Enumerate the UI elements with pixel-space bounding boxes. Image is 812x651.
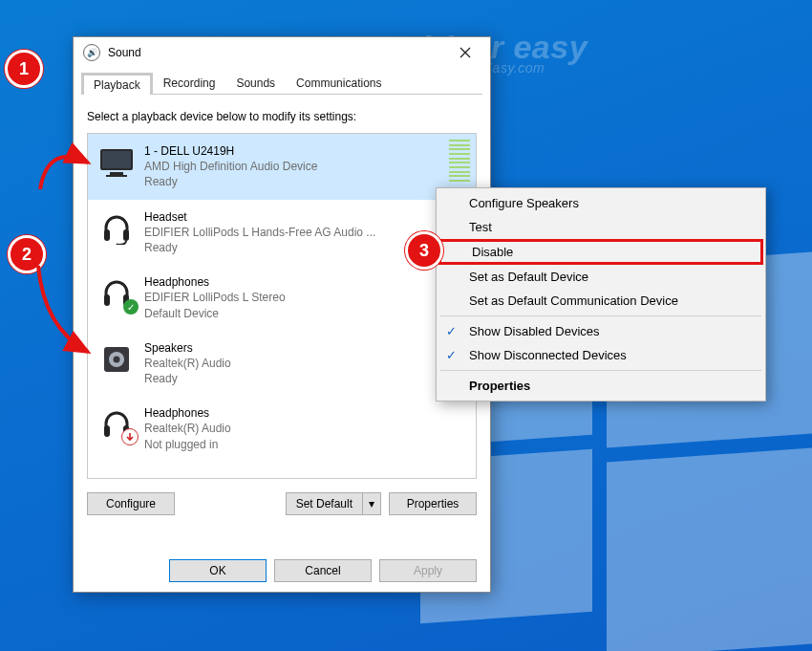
sound-dialog: 🔊 Sound Playback Recording Sounds Commun… — [73, 36, 491, 593]
default-check-icon: ✓ — [123, 299, 139, 315]
headphones-icon: ✓ — [98, 276, 135, 311]
svg-rect-5 — [123, 229, 129, 241]
apply-button[interactable]: Apply — [379, 559, 477, 582]
tab-strip: Playback Recording Sounds Communications — [81, 72, 482, 95]
svg-rect-2 — [110, 172, 123, 175]
device-subtitle: Realtek(R) Audio — [144, 421, 231, 436]
headset-icon — [98, 211, 135, 246]
device-name: Headphones — [144, 274, 286, 290]
device-speakers[interactable]: Speakers Realtek(R) Audio Ready — [88, 331, 476, 397]
menu-separator — [440, 370, 761, 371]
svg-rect-12 — [104, 425, 110, 437]
device-status: Ready — [144, 371, 231, 386]
title-bar[interactable]: 🔊 Sound — [74, 37, 490, 68]
window-title: Sound — [108, 46, 141, 59]
menu-set-default-comm-device[interactable]: Set as Default Communication Device — [438, 289, 763, 313]
desktop-background: driver easywww.DriverEasy.com 🔊 Sound Pl… — [0, 0, 812, 651]
tab-recording[interactable]: Recording — [153, 73, 226, 95]
annotation-circle-3: 3 — [405, 231, 443, 270]
menu-properties[interactable]: Properties — [438, 374, 763, 398]
annotation-circle-1: 1 — [5, 50, 43, 88]
device-name: 1 - DELL U2419H — [144, 143, 317, 159]
svg-rect-7 — [104, 294, 110, 306]
menu-disable[interactable]: Disable — [438, 239, 763, 265]
set-default-label: Set Default — [287, 493, 362, 514]
device-status: Ready — [144, 174, 317, 189]
tab-playback[interactable]: Playback — [81, 73, 153, 95]
headphones-icon — [98, 407, 135, 442]
device-name: Headphones — [144, 405, 231, 421]
device-subtitle: EDIFIER LolliPods L Stereo — [144, 290, 286, 305]
menu-show-disabled[interactable]: ✓Show Disabled Devices — [438, 319, 763, 343]
checkmark-icon: ✓ — [446, 324, 457, 338]
device-status: Not plugged in — [144, 437, 231, 452]
device-name: Speakers — [144, 340, 231, 356]
tab-sounds[interactable]: Sounds — [225, 73, 286, 95]
device-list[interactable]: 1 - DELL U2419H AMD High Definition Audi… — [87, 133, 477, 479]
device-status: Ready — [144, 240, 375, 255]
device-subtitle: Realtek(R) Audio — [144, 356, 231, 371]
configure-button[interactable]: Configure — [87, 492, 175, 515]
tab-content: Select a playback device below to modify… — [74, 95, 490, 515]
svg-rect-1 — [102, 151, 131, 168]
list-button-row: Configure Set Default ▾ Properties — [87, 492, 477, 515]
properties-button[interactable]: Properties — [389, 492, 477, 515]
svg-rect-4 — [104, 229, 110, 241]
annotation-circle-2: 2 — [8, 235, 46, 273]
close-button[interactable] — [446, 39, 484, 66]
chevron-down-icon[interactable]: ▾ — [362, 493, 380, 514]
device-headphones-edifier[interactable]: ✓ Headphones EDIFIER LolliPods L Stereo … — [88, 265, 476, 331]
unplugged-arrow-icon — [121, 428, 139, 445]
menu-set-default-device[interactable]: Set as Default Device — [438, 265, 763, 289]
menu-configure-speakers[interactable]: Configure Speakers — [438, 191, 763, 215]
svg-rect-3 — [106, 175, 127, 177]
tab-communications[interactable]: Communications — [286, 73, 392, 95]
ok-button[interactable]: OK — [169, 559, 267, 582]
close-icon — [459, 47, 471, 58]
sound-icon: 🔊 — [83, 44, 100, 61]
device-headphones-realtek[interactable]: Headphones Realtek(R) Audio Not plugged … — [88, 396, 476, 462]
menu-separator — [440, 315, 761, 316]
device-status: Default Device — [144, 306, 286, 321]
svg-point-6 — [117, 243, 119, 245]
menu-test[interactable]: Test — [438, 215, 763, 239]
context-menu: Configure Speakers Test Disable Set as D… — [436, 187, 766, 401]
instruction-text: Select a playback device below to modify… — [87, 110, 477, 123]
cancel-button[interactable]: Cancel — [274, 559, 372, 582]
device-subtitle: AMD High Definition Audio Device — [144, 159, 317, 174]
level-meter — [449, 140, 470, 182]
device-dell-monitor[interactable]: 1 - DELL U2419H AMD High Definition Audi… — [88, 134, 476, 200]
device-name: Headset — [144, 209, 375, 225]
set-default-split-button[interactable]: Set Default ▾ — [286, 492, 381, 515]
menu-show-disconnected[interactable]: ✓Show Disconnected Devices — [438, 343, 763, 367]
svg-point-11 — [114, 356, 120, 362]
device-subtitle: EDIFIER LolliPods L Hands-Free AG Audio … — [144, 225, 375, 240]
monitor-icon — [98, 145, 135, 180]
speakers-icon — [98, 342, 135, 377]
checkmark-icon: ✓ — [446, 348, 457, 362]
dialog-button-row: OK Cancel Apply — [169, 559, 477, 582]
